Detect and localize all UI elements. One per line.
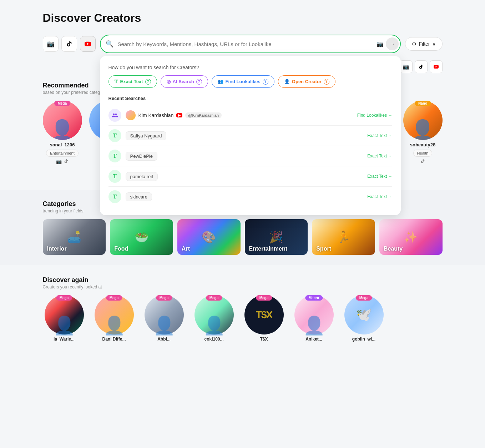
sonal-category: Entertainment bbox=[46, 150, 78, 157]
disc-card-7[interactable]: 🕊️ Mega goblin_wi... bbox=[343, 295, 385, 342]
discover-subtitle: Creators you recently looked at bbox=[43, 285, 443, 290]
disc-tier-5: Mega bbox=[256, 295, 272, 301]
skincare-action[interactable]: Exact Text → bbox=[367, 194, 392, 199]
category-art[interactable]: 🎨 Art bbox=[177, 219, 241, 255]
category-entertainment[interactable]: 🎉 Entertainment bbox=[245, 219, 308, 255]
kim-name-text: Kim Kardashian bbox=[138, 112, 174, 118]
ai-search-label: AI Search bbox=[173, 79, 194, 84]
exact-help-icon: ? bbox=[145, 79, 151, 85]
pewdiepie-action[interactable]: Exact Text → bbox=[367, 153, 392, 158]
disc-card-4[interactable]: 👤 Mega coki100... bbox=[193, 295, 236, 342]
recent-item-pewdiepie[interactable]: T PewDiePie Exact Text → bbox=[108, 146, 393, 166]
disc-card-6[interactable]: 👤 Macro Aniket... bbox=[293, 295, 335, 342]
pewdiepie-chip: PewDiePie bbox=[126, 152, 158, 161]
search-submit-button[interactable]: → bbox=[386, 37, 399, 50]
disc-card-5[interactable]: T$X Mega T$X bbox=[243, 295, 286, 342]
recent-item-pamela[interactable]: T pamela reif Exact Text → bbox=[108, 166, 393, 187]
disc-tier-1: Mega bbox=[56, 295, 72, 301]
small-platform-tiktok[interactable] bbox=[415, 60, 428, 73]
search-type-ai[interactable]: ◎ AI Search ? bbox=[161, 75, 208, 88]
recent-item-kim[interactable]: Kim Kardashian ▶ @KimKardashian Find Loo… bbox=[108, 105, 393, 126]
disc-tier-3: Mega bbox=[156, 295, 172, 301]
search-row: 📷 🔍 📷 → How do you want to search for Cr… bbox=[43, 35, 443, 53]
creator-card-sobeauty[interactable]: 👤 Nano sobeauty28 Health bbox=[403, 101, 443, 165]
recent-icon-lookalike bbox=[108, 109, 121, 122]
platform-btn-tiktok[interactable] bbox=[61, 36, 77, 52]
ai-search-icon: ◎ bbox=[167, 79, 171, 84]
disc-name-7: goblin_wi... bbox=[352, 337, 375, 342]
discover-creators-row: 👤 Mega la_Warle... 👤 Mega Dani Diffe... … bbox=[43, 295, 443, 342]
discover-title: Discover again bbox=[43, 276, 443, 284]
safiya-action[interactable]: Exact Text → bbox=[367, 133, 392, 138]
disc-avatar-2: 👤 Mega bbox=[95, 295, 134, 334]
disc-tier-7: Mega bbox=[356, 295, 372, 301]
filter-label: Filter bbox=[419, 41, 430, 47]
discover-section: Discover again Creators you recently loo… bbox=[43, 276, 443, 342]
disc-avatar-7: 🕊️ Mega bbox=[344, 295, 384, 334]
kim-action[interactable]: Find Lookalikes → bbox=[357, 113, 393, 118]
search-type-creator[interactable]: 👤 Open Creator ? bbox=[278, 75, 335, 88]
kim-handle: @KimKardashian bbox=[185, 112, 222, 118]
disc-name-3: Abbi... bbox=[157, 337, 171, 342]
pamela-action[interactable]: Exact Text → bbox=[367, 174, 392, 179]
categories-grid: 🛋️ Interior 🥗 Food 🎨 Art 🎉 En bbox=[43, 219, 443, 255]
exact-text-label: Exact Text bbox=[120, 79, 143, 84]
disc-name-4: coki100... bbox=[204, 337, 223, 342]
entertainment-label: Entertainment bbox=[245, 243, 308, 255]
sonal-tier-badge: Mega bbox=[54, 101, 71, 106]
platform-btn-instagram[interactable]: 📷 bbox=[43, 36, 59, 52]
creator-help-icon: ? bbox=[324, 79, 329, 85]
small-platform-instagram[interactable]: 📷 bbox=[400, 60, 413, 73]
creator-card-sonal[interactable]: 👤 Mega sonal_1206 Entertainment 📷 bbox=[43, 101, 82, 165]
search-bar-wrapper: 🔍 📷 → How do you want to search for Crea… bbox=[100, 35, 401, 53]
search-input[interactable] bbox=[100, 35, 401, 53]
search-dropdown: How do you want to search for Creators? … bbox=[100, 56, 401, 215]
disc-name-5: T$X bbox=[260, 337, 268, 342]
page-title: Discover Creators bbox=[43, 11, 443, 25]
small-platform-youtube[interactable] bbox=[430, 60, 443, 73]
dropdown-question: How do you want to search for Creators? bbox=[108, 65, 393, 70]
disc-avatar-4: 👤 Mega bbox=[194, 295, 234, 334]
recent-item-safiya-name: Safiya Nygaard bbox=[126, 131, 363, 140]
sonal-tiktok-icon bbox=[64, 159, 69, 165]
sobeauty-avatar-wrapper: 👤 Nano bbox=[403, 101, 443, 140]
sonal-ig-icon: 📷 bbox=[56, 159, 62, 165]
category-beauty[interactable]: ✨ Beauty bbox=[379, 219, 443, 255]
recent-icon-text-1: T bbox=[108, 129, 121, 142]
disc-card-2[interactable]: 👤 Mega Dani Diffe... bbox=[93, 295, 136, 342]
pamela-chip: pamela reif bbox=[126, 172, 158, 181]
recent-icon-text-3: T bbox=[108, 170, 121, 183]
camera-icon: 📷 bbox=[377, 41, 384, 47]
interior-label: Interior bbox=[43, 243, 106, 255]
disc-avatar-6: 👤 Macro bbox=[294, 295, 334, 334]
recent-item-skincare[interactable]: T skincare Exact Text → bbox=[108, 187, 393, 207]
search-type-lookalike[interactable]: 👥 Find Lookalikes ? bbox=[212, 75, 274, 88]
lookalike-help-icon: ? bbox=[263, 79, 268, 85]
category-sport[interactable]: 🏃 Sport bbox=[312, 219, 375, 255]
sobeauty-tiktok-icon bbox=[420, 159, 425, 165]
discover-header: Discover again Creators you recently loo… bbox=[43, 276, 443, 290]
recent-item-pewdiepie-name: PewDiePie bbox=[126, 152, 363, 161]
recent-item-pamela-name: pamela reif bbox=[126, 172, 363, 181]
sonal-avatar-wrapper: 👤 Mega bbox=[43, 101, 82, 140]
filter-button[interactable]: ⚙ Filter ∨ bbox=[405, 37, 442, 51]
sobeauty-name: sobeauty28 bbox=[410, 142, 436, 147]
disc-card-1[interactable]: 👤 Mega la_Warle... bbox=[43, 295, 86, 342]
search-icon: 🔍 bbox=[106, 40, 113, 48]
beauty-label: Beauty bbox=[379, 243, 443, 255]
search-type-buttons: T Exact Text ? ◎ AI Search ? 👥 Find Look… bbox=[108, 75, 393, 88]
search-type-exact[interactable]: T Exact Text ? bbox=[108, 75, 157, 88]
recent-searches-label: Recent Searches bbox=[108, 96, 393, 101]
disc-card-3[interactable]: 👤 Mega Abbi... bbox=[143, 295, 186, 342]
ai-help-icon: ? bbox=[196, 79, 202, 85]
recent-icon-text-4: T bbox=[108, 190, 121, 203]
disc-angel-symbol: 🕊️ bbox=[356, 295, 372, 334]
sobeauty-avatar: 👤 bbox=[403, 101, 443, 140]
disc-avatar-5: T$X Mega bbox=[244, 295, 284, 334]
category-food[interactable]: 🥗 Food bbox=[110, 219, 173, 255]
platform-btn-youtube[interactable] bbox=[80, 36, 96, 52]
disc-tier-2: Mega bbox=[106, 295, 122, 301]
platform-icons: 📷 bbox=[43, 36, 96, 52]
recent-item-safiya[interactable]: T Safiya Nygaard Exact Text → bbox=[108, 126, 393, 146]
category-interior[interactable]: 🛋️ Interior bbox=[43, 219, 106, 255]
